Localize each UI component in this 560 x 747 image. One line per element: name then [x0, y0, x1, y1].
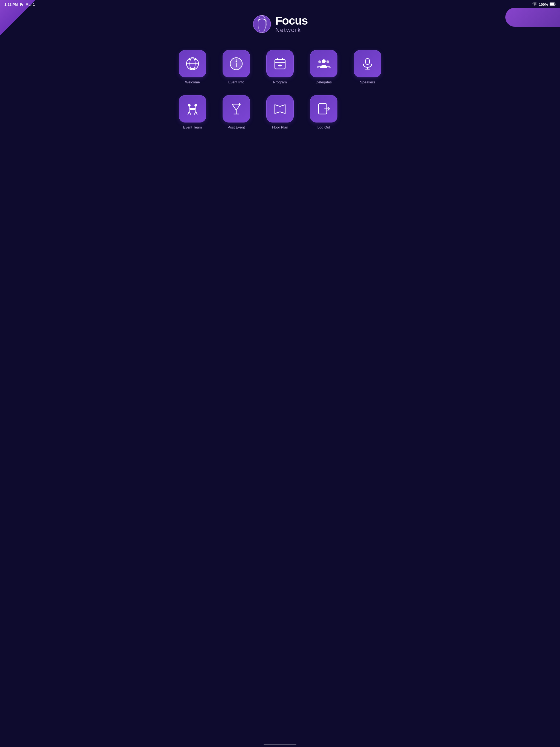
svg-line-34: [189, 111, 190, 114]
event-info-icon-box[interactable]: i: [223, 50, 250, 77]
battery-icon: [550, 2, 556, 6]
menu-item-floor-plan[interactable]: Floor Plan: [263, 95, 297, 129]
svg-point-13: [236, 61, 237, 62]
date-display: Fri Mar 1: [20, 2, 35, 6]
logo-text: Focus Network: [275, 15, 308, 33]
program-icon: [273, 57, 287, 71]
post-event-icon: [229, 102, 243, 115]
floor-plan-icon: [273, 102, 287, 115]
logo-icon: [252, 15, 272, 34]
menu-item-log-out[interactable]: Log Out: [307, 95, 340, 129]
log-out-icon-box[interactable]: [310, 95, 337, 123]
post-event-label: Post Event: [228, 125, 245, 129]
svg-rect-28: [190, 108, 195, 110]
menu-item-event-info[interactable]: i Event Info: [220, 50, 253, 84]
svg-rect-23: [365, 58, 370, 65]
logo-focus-label: Focus: [275, 15, 308, 27]
home-indicator: [263, 744, 297, 745]
program-label: Program: [273, 80, 287, 84]
wifi-icon: [532, 2, 537, 7]
svg-point-40: [239, 103, 240, 105]
menu-container: Welcome i Event Info: [0, 42, 560, 143]
floor-plan-icon-box[interactable]: [266, 95, 294, 123]
floor-plan-label: Floor Plan: [272, 125, 288, 129]
program-icon-box[interactable]: [266, 50, 294, 77]
menu-row-2: Event Team Post Event: [0, 93, 560, 132]
svg-text:i: i: [236, 59, 237, 63]
logo-network-label: Network: [275, 27, 308, 33]
app-header: Focus Network: [0, 9, 560, 42]
menu-item-welcome[interactable]: Welcome: [176, 50, 209, 84]
battery-percentage: 100%: [539, 2, 548, 6]
svg-line-36: [196, 111, 197, 114]
menu-item-post-event[interactable]: Post Event: [220, 95, 253, 129]
status-bar: 1:22 PM Fri Mar 1 100%: [0, 0, 560, 9]
post-event-icon-box[interactable]: [223, 95, 250, 123]
delegates-icon-box[interactable]: [310, 50, 337, 77]
delegates-icon: [317, 57, 331, 71]
svg-line-33: [188, 111, 189, 114]
welcome-label: Welcome: [185, 80, 200, 84]
delegates-label: Delegates: [316, 80, 332, 84]
welcome-icon: [186, 57, 199, 71]
log-out-label: Log Out: [317, 125, 330, 129]
svg-rect-2: [550, 3, 555, 5]
event-team-icon: [186, 102, 199, 115]
logo: Focus Network: [252, 15, 308, 34]
event-info-label: Event Info: [228, 80, 245, 84]
menu-item-delegates[interactable]: Delegates: [307, 50, 340, 84]
event-info-icon: i: [229, 57, 243, 71]
speakers-label: Speakers: [360, 80, 375, 84]
svg-point-22: [327, 60, 329, 63]
event-team-icon-box[interactable]: [179, 95, 206, 123]
speakers-icon-box[interactable]: [354, 50, 381, 77]
svg-point-21: [318, 60, 321, 63]
welcome-icon-box[interactable]: [179, 50, 206, 77]
menu-item-program[interactable]: Program: [263, 50, 297, 84]
menu-item-speakers[interactable]: Speakers: [351, 50, 384, 84]
event-team-label: Event Team: [183, 125, 202, 129]
menu-item-event-team[interactable]: Event Team: [176, 95, 209, 129]
time-display: 1:22 PM: [4, 2, 18, 6]
speakers-icon: [361, 57, 374, 71]
svg-line-35: [195, 111, 196, 114]
svg-point-26: [188, 104, 190, 107]
menu-row-1: Welcome i Event Info: [0, 47, 560, 87]
svg-point-20: [322, 59, 326, 63]
log-out-icon: [317, 102, 331, 115]
svg-point-27: [195, 104, 197, 107]
